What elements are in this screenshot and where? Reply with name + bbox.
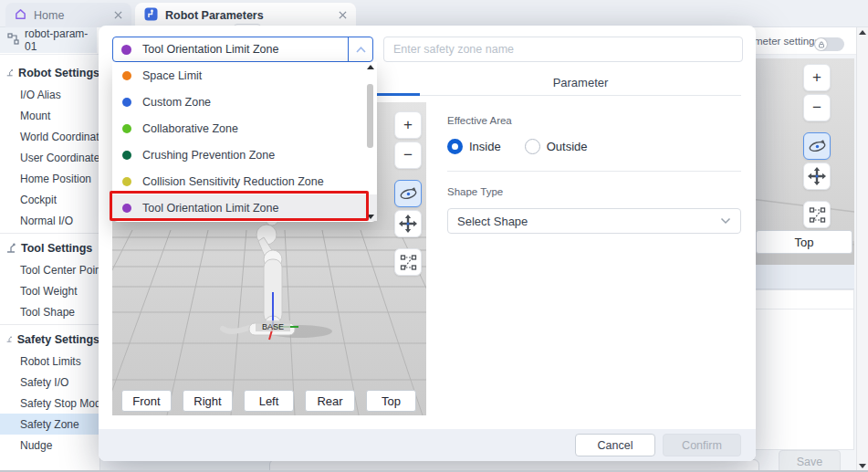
sidebar-item-world-coordinates[interactable]: World Coordinates bbox=[0, 126, 99, 147]
scroll-up-icon[interactable] bbox=[859, 30, 866, 35]
view-front-button[interactable]: Front bbox=[121, 390, 172, 412]
home-icon bbox=[15, 8, 26, 23]
zoom-in-button[interactable]: + bbox=[394, 111, 422, 139]
scroll-down-icon[interactable] bbox=[859, 464, 866, 468]
safety-zone-modal: Tool Orientation Limit Zone Parameter bbox=[99, 26, 756, 461]
param-file-chip[interactable]: robot-param-01 bbox=[0, 27, 97, 53]
modal-footer: Cancel Confirm bbox=[99, 429, 756, 461]
robot-arm-icon bbox=[6, 334, 13, 344]
scroll-down-icon[interactable] bbox=[367, 215, 374, 219]
orbit-icon bbox=[808, 137, 827, 156]
view-right-button[interactable]: Right bbox=[183, 390, 233, 412]
lock-icon bbox=[818, 41, 825, 48]
zone-type-dropdown: Space Limit Custom Zone Collaborative Zo… bbox=[112, 62, 377, 222]
sidebar-item-tool-weight[interactable]: Tool Weight bbox=[0, 280, 99, 301]
scroll-up-icon[interactable] bbox=[367, 65, 374, 69]
divider bbox=[0, 233, 99, 234]
sidebar-item-safety-stop-modes[interactable]: Safety Stop Modes bbox=[0, 393, 99, 414]
sidebar-item-safety-zone[interactable]: Safety Zone bbox=[0, 414, 99, 435]
robot-arm-icon bbox=[6, 68, 14, 78]
measure-button[interactable] bbox=[394, 248, 422, 276]
orbit-icon bbox=[399, 184, 418, 204]
robot-arm-icon bbox=[6, 243, 16, 253]
radio-inside[interactable]: Inside bbox=[447, 139, 501, 154]
sidebar-item-home-position[interactable]: Home Position bbox=[0, 168, 99, 189]
sidebar-item-mount[interactable]: Mount bbox=[0, 105, 99, 126]
divider bbox=[0, 324, 99, 325]
zone-color-dot bbox=[122, 124, 131, 133]
select-chevron-cell[interactable] bbox=[348, 37, 372, 61]
sidebar-section-tool-settings: Tool Settings bbox=[0, 236, 99, 259]
sidebar-item-cockpit[interactable]: Cockpit bbox=[0, 189, 99, 210]
chevron-up-icon bbox=[355, 46, 367, 54]
pan-icon bbox=[399, 215, 417, 233]
modal-tab-parameter[interactable]: Parameter bbox=[420, 68, 741, 96]
sidebar-item-io-alias[interactable]: I/O Alias bbox=[0, 84, 99, 105]
zoom-out-button[interactable]: − bbox=[394, 142, 422, 169]
tab-home-label: Home bbox=[34, 9, 64, 22]
measure-icon bbox=[400, 254, 417, 271]
radio-outside[interactable]: Outside bbox=[525, 139, 588, 154]
settings-note: meter settings. bbox=[754, 36, 810, 47]
measure-button[interactable] bbox=[803, 201, 831, 228]
scrollbar-thumb[interactable] bbox=[367, 84, 373, 148]
sidebar-item-nudge[interactable]: Nudge bbox=[0, 435, 99, 456]
dropdown-item-tool-orientation-limit-zone[interactable]: Tool Orientation Limit Zone bbox=[112, 194, 377, 221]
sidebar-item-safety-io[interactable]: Safety I/O bbox=[0, 372, 99, 393]
orbit-button[interactable] bbox=[803, 132, 831, 160]
base-frame-label: BASE bbox=[262, 322, 284, 331]
sidebar-item-normal-io[interactable]: Normal I/O bbox=[0, 210, 99, 231]
close-icon[interactable] bbox=[114, 11, 122, 19]
radio-selected-icon bbox=[447, 139, 463, 154]
sidebar-section-safety-settings: Safety Settings bbox=[0, 328, 99, 351]
sidebar-item-user-coordinates[interactable]: User Coordinates bbox=[0, 147, 99, 168]
shape-type-label: Shape Type bbox=[447, 186, 741, 197]
zone-color-dot bbox=[122, 177, 131, 186]
page-scrollbar[interactable] bbox=[856, 27, 868, 472]
effective-area-radio-group: Inside Outside bbox=[447, 139, 741, 154]
dropdown-item-collision-sensitivity-reduction-zone[interactable]: Collision Sensitivity Reduction Zone bbox=[112, 168, 377, 194]
sidebar-item-tool-center-point[interactable]: Tool Center Point bbox=[0, 259, 99, 280]
zoom-in-button[interactable]: + bbox=[803, 64, 831, 91]
effective-area-label: Effective Area bbox=[447, 115, 741, 126]
close-icon[interactable] bbox=[339, 11, 347, 19]
view-preset-buttons: Front Right Left Rear Top bbox=[121, 390, 416, 412]
toggle-knob bbox=[815, 38, 827, 50]
divider bbox=[447, 171, 741, 172]
orbit-button[interactable] bbox=[394, 180, 422, 207]
dropdown-item-crushing-prevention-zone[interactable]: Crushing Prevention Zone bbox=[112, 142, 377, 168]
view-left-button[interactable]: Left bbox=[244, 390, 294, 412]
measure-icon bbox=[809, 206, 826, 224]
dropdown-item-space-limit[interactable]: Space Limit bbox=[112, 62, 377, 89]
sidebar-item-robot-limits[interactable]: Robot Limits bbox=[0, 351, 99, 372]
save-button[interactable]: Save bbox=[779, 450, 841, 472]
chevron-down-icon bbox=[720, 217, 731, 225]
zoom-out-button[interactable]: − bbox=[803, 94, 831, 121]
dropdown-item-custom-zone[interactable]: Custom Zone bbox=[112, 89, 377, 115]
shape-type-select[interactable]: Select Shape bbox=[447, 208, 741, 234]
browser-tab-bar: Home Robot Parameters bbox=[0, 0, 868, 27]
dropdown-scrollbar[interactable] bbox=[365, 64, 375, 220]
sidebar-item-tool-shape[interactable]: Tool Shape bbox=[0, 301, 99, 322]
robot-parameters-icon bbox=[144, 7, 158, 24]
tab-robot-parameters-label: Robot Parameters bbox=[165, 9, 264, 22]
background-viewport-toolbar: + − bbox=[803, 64, 831, 228]
sidebar: Robot Settings I/O Alias Mount World Coo… bbox=[0, 55, 100, 472]
view-rear-button[interactable]: Rear bbox=[305, 390, 355, 412]
param-file-icon bbox=[7, 33, 19, 47]
cancel-button[interactable]: Cancel bbox=[575, 434, 655, 456]
zone-color-dot bbox=[122, 204, 131, 213]
zone-type-select[interactable]: Tool Orientation Limit Zone bbox=[112, 37, 373, 62]
pan-button[interactable] bbox=[394, 210, 422, 237]
confirm-button[interactable]: Confirm bbox=[663, 434, 741, 456]
view-top-button[interactable]: Top bbox=[756, 230, 852, 254]
tab-home[interactable]: Home bbox=[5, 3, 131, 27]
settings-lock-toggle[interactable] bbox=[814, 37, 844, 51]
view-top-button[interactable]: Top bbox=[366, 390, 416, 412]
safety-zone-name-input[interactable] bbox=[383, 37, 743, 62]
dropdown-item-collaborative-zone[interactable]: Collaborative Zone bbox=[112, 115, 377, 142]
pan-button[interactable] bbox=[803, 163, 831, 190]
viewport-toolbar: + − bbox=[394, 111, 422, 276]
radio-unselected-icon bbox=[525, 139, 540, 154]
shape-select-placeholder: Select Shape bbox=[457, 215, 528, 228]
